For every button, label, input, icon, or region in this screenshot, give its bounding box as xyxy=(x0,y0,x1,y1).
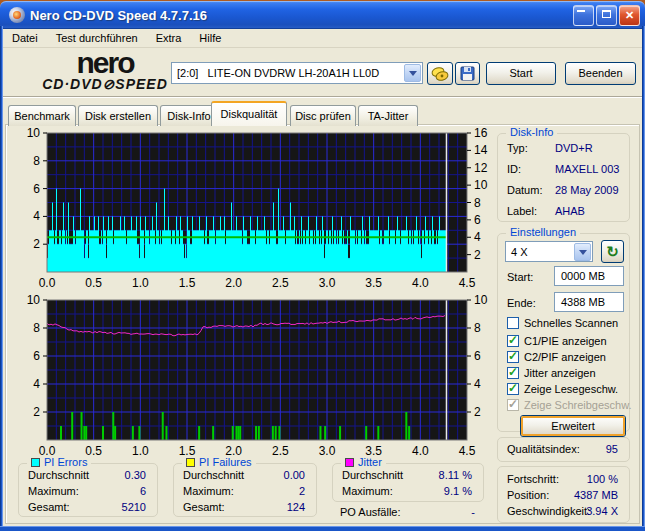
svg-text:2: 2 xyxy=(33,405,40,419)
checkbox-icon[interactable]: ✓ xyxy=(507,383,519,395)
checkbox-lesegeschw[interactable]: ✓Zeige Lesegeschw. xyxy=(507,383,618,397)
svg-text:2: 2 xyxy=(474,405,481,419)
quality-index-label: Qualitätsindex: xyxy=(507,443,580,455)
progress-box: Fortschritt:100 % Position:4387 MB Gesch… xyxy=(497,466,630,523)
svg-text:1.0: 1.0 xyxy=(132,276,149,290)
end-field[interactable]: 4388 MB xyxy=(554,292,624,312)
cd-dvd-speed-logo-text: CD·DVD⊘SPEED xyxy=(15,77,195,91)
svg-text:1.5: 1.5 xyxy=(179,276,196,290)
pif-max-label: Maximum: xyxy=(183,485,234,497)
position-label: Position: xyxy=(507,489,549,501)
drive-select-value: [2:0] LITE-ON DVDRW LH-20A1H LL0D xyxy=(172,67,403,79)
refresh-button[interactable]: ↻ xyxy=(601,240,624,263)
refresh-icon: ↻ xyxy=(606,243,619,260)
disk-id-label: ID: xyxy=(507,163,521,175)
maximize-button[interactable] xyxy=(596,5,617,26)
menu-extra[interactable]: Extra xyxy=(147,30,191,46)
quality-index-box: Qualitätsindex:95 xyxy=(497,437,630,462)
svg-text:10: 10 xyxy=(27,293,41,307)
checkbox-c2-pif[interactable]: ✓C2/PIF anzeigen xyxy=(507,351,606,365)
pie-total-label: Gesamt: xyxy=(28,501,70,513)
speed-select[interactable]: 4 X xyxy=(505,241,593,262)
checkbox-schreibgeschw: ✓Zeige Schreibgeschw. xyxy=(507,399,632,413)
jitter-stats: Jitter Durchschnitt8.11 % Maximum:9.1 % xyxy=(332,463,484,502)
menu-datei[interactable]: Datei xyxy=(3,30,47,46)
svg-text:2: 2 xyxy=(33,237,40,251)
minimize-button[interactable] xyxy=(573,5,594,26)
checkbox-jitter[interactable]: ✓Jitter anzeigen xyxy=(507,367,596,381)
svg-text:2.5: 2.5 xyxy=(272,444,289,458)
tab-bar: Benchmark Disk erstellen Disk-Info Diskq… xyxy=(5,101,640,125)
tab-disk-erstellen[interactable]: Disk erstellen xyxy=(78,105,158,126)
svg-text:3.5: 3.5 xyxy=(365,276,382,290)
minimize-icon xyxy=(577,10,585,12)
close-button[interactable]: ✕ xyxy=(619,5,640,26)
start-field[interactable]: 0000 MB xyxy=(554,266,624,286)
tab-disk-info[interactable]: Disk-Info xyxy=(160,105,218,126)
tab-ta-jitter[interactable]: TA-Jitter xyxy=(358,105,418,126)
end-label: Ende: xyxy=(507,297,536,309)
pif-total-value: 124 xyxy=(287,501,305,513)
jitter-avg-value: 8.11 % xyxy=(439,469,472,481)
checkbox-schnelles-scannen[interactable]: Schnelles Scannen xyxy=(507,317,618,331)
disk-label-value: AHAB xyxy=(555,205,585,217)
speed-label: Geschwindigkeit: xyxy=(507,505,590,517)
checkbox-icon[interactable]: ✓ xyxy=(507,351,519,363)
checkbox-icon[interactable]: ✓ xyxy=(507,367,519,379)
svg-text:12: 12 xyxy=(474,161,488,175)
pi-failures-stats-title: PI Failures xyxy=(182,456,256,468)
jitter-stats-title: Jitter xyxy=(341,456,386,468)
save-button[interactable] xyxy=(455,62,480,85)
svg-text:6: 6 xyxy=(33,349,40,363)
pie-max-label: Maximum: xyxy=(28,485,79,497)
menu-hilfe[interactable]: Hilfe xyxy=(190,30,230,46)
svg-text:6: 6 xyxy=(474,349,481,363)
jitter-pif-chart: 2468102468100.00.51.01.52.02.53.03.54.04… xyxy=(14,292,489,460)
svg-text:3.0: 3.0 xyxy=(319,444,336,458)
po-failures-row: PO Ausfälle: - xyxy=(340,506,477,520)
svg-text:8: 8 xyxy=(33,321,40,335)
svg-text:10: 10 xyxy=(474,293,488,307)
disk-type-label: Typ: xyxy=(507,142,528,154)
svg-text:4: 4 xyxy=(474,230,481,244)
svg-text:4: 4 xyxy=(33,377,40,391)
svg-text:8: 8 xyxy=(474,196,481,210)
pi-errors-chart: 2468102468101214160.00.51.01.52.02.53.03… xyxy=(14,125,489,292)
title-bar[interactable]: Nero CD-DVD Speed 4.7.7.16 ✕ xyxy=(0,1,645,29)
advanced-button[interactable]: Erweitert xyxy=(520,415,626,437)
start-button[interactable]: Start xyxy=(486,62,556,85)
pif-total-label: Gesamt: xyxy=(183,501,225,513)
tab-diskqualitaet[interactable]: Diskqualität xyxy=(211,101,287,126)
drive-select[interactable]: [2:0] LITE-ON DVDRW LH-20A1H LL0D xyxy=(171,62,423,84)
window-border xyxy=(0,26,3,531)
svg-text:4: 4 xyxy=(33,209,40,223)
checkbox-icon[interactable] xyxy=(507,317,519,329)
pif-avg-value: 0.00 xyxy=(284,469,305,481)
eject-disc-button[interactable] xyxy=(427,62,453,85)
jitter-max-value: 9.1 % xyxy=(444,485,472,497)
app-window: Nero CD-DVD Speed 4.7.7.16 ✕ Datei Test … xyxy=(0,0,645,531)
quit-button[interactable]: Beenden xyxy=(565,62,636,85)
progress-label: Fortschritt: xyxy=(507,473,559,485)
nero-logo-text: nero xyxy=(15,49,195,77)
chevron-down-icon[interactable] xyxy=(574,243,591,261)
checkbox-c1-pie[interactable]: ✓C1/PIE anzeigen xyxy=(507,335,607,349)
pie-avg-value: 0.30 xyxy=(125,469,146,481)
quality-index-value: 95 xyxy=(606,443,618,455)
checkbox-icon: ✓ xyxy=(507,399,519,411)
tab-disc-pruefen[interactable]: Disc prüfen xyxy=(290,105,356,126)
progress-value: 100 % xyxy=(587,473,618,485)
disk-info-title: Disk-Info xyxy=(506,126,557,138)
svg-text:10: 10 xyxy=(474,178,488,192)
tab-benchmark[interactable]: Benchmark xyxy=(8,105,76,126)
svg-text:8: 8 xyxy=(33,154,40,168)
checkbox-icon[interactable]: ✓ xyxy=(507,335,519,347)
pi-failures-legend-icon xyxy=(186,458,195,467)
chevron-down-icon[interactable] xyxy=(404,64,421,82)
jitter-max-label: Maximum: xyxy=(342,485,393,497)
svg-text:6: 6 xyxy=(474,213,481,227)
pie-total-value: 5210 xyxy=(122,501,146,513)
menu-test-durchfuehren[interactable]: Test durchführen xyxy=(47,30,147,46)
disk-date-value: 28 May 2009 xyxy=(555,184,619,196)
svg-text:16: 16 xyxy=(474,126,488,140)
